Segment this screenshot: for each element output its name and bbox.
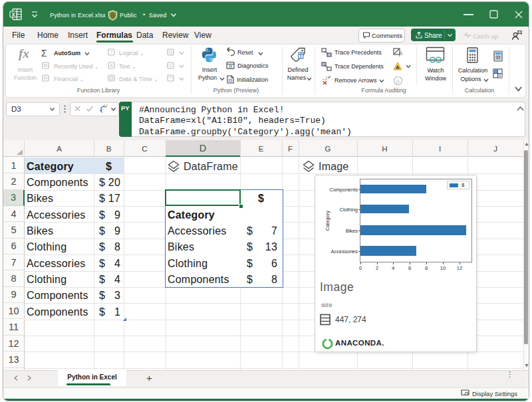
svg-text:Q: Q <box>169 50 172 55</box>
svg-text:fx: fx <box>396 78 400 84</box>
svg-text:A: A <box>396 64 400 70</box>
svg-text:⁽²⁾: ⁽²⁾ <box>104 104 108 109</box>
svg-text:X: X <box>11 11 15 18</box>
svg-text:A: A <box>110 63 113 68</box>
svg-text:30: 30 <box>229 64 233 68</box>
svg-text:fx: fx <box>399 50 402 56</box>
svg-text:C: C <box>169 63 172 68</box>
svg-text:?: ? <box>110 50 113 54</box>
